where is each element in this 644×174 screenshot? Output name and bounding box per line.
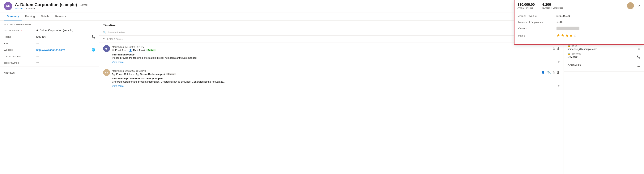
timeline-item-0-delete-icon[interactable]: 🗑 xyxy=(557,47,560,50)
contacts-label: CONTACTS xyxy=(568,64,581,67)
timeline-item-1-assign-icon[interactable]: 👤 xyxy=(541,71,545,74)
tab-details[interactable]: Details xyxy=(38,13,52,21)
contacts-more-icon[interactable]: ⋯ xyxy=(637,64,640,68)
send-email-icon[interactable]: ✉ xyxy=(638,47,640,51)
star-4: ★ xyxy=(569,33,573,38)
globe-icon: 🌐 xyxy=(92,48,95,52)
popup-employees-stat: 6,200 Number of Employees xyxy=(542,3,563,9)
tab-summary[interactable]: Summary xyxy=(4,13,22,21)
chevron-down-icon-0[interactable]: ∨ xyxy=(558,60,560,64)
timeline-item-0-modified: Modified on: 9/27/2021 5:31 PM xyxy=(112,46,551,48)
popup-employees-value: 6,200 xyxy=(542,3,563,7)
popup-owner-value xyxy=(556,27,640,30)
person-icon-0: 👤 xyxy=(129,49,132,52)
popup-annual-revenue-label: Annual Revenue xyxy=(518,15,556,18)
owner-required: * xyxy=(526,27,527,30)
popup-header: $10,000.00 Annual Revenue 6,200 Number o… xyxy=(514,1,644,11)
breadcrumb: Account · Account ▾ xyxy=(15,7,88,10)
record-name-text: A. Datum Corporation (sample) xyxy=(15,2,77,7)
contact-business-value: 555-0108 📞 xyxy=(568,55,640,59)
label-ticker-symbol: Ticker Symbol xyxy=(4,61,34,64)
contact-business-label: 🔒 Business xyxy=(568,52,640,55)
popup-close-button[interactable]: ∧ xyxy=(638,4,640,8)
field-website: Website http://www.adatum.com/ 🌐 xyxy=(0,47,99,53)
timeline-item-0-text: Please provide the following information… xyxy=(112,56,560,59)
timeline-item-0-view-more-row: View more ∨ xyxy=(112,60,560,64)
chevron-down-icon-1[interactable]: ∨ xyxy=(558,84,560,87)
tab-related[interactable]: Related ▾ xyxy=(52,13,69,21)
timeline-item-0-status: Active xyxy=(146,49,156,51)
timeline-item-0-type-label: Email from: xyxy=(115,49,128,52)
view-more-link-1[interactable]: View more xyxy=(112,85,124,87)
timeline-item-0-avatar: MP xyxy=(103,45,110,52)
owner-avatar xyxy=(627,2,634,9)
popup-owner-area: ∧ xyxy=(627,2,640,9)
business-lock-icon: 🔒 xyxy=(568,52,570,55)
popup-rating-row: Rating ★ ★ ★ ★ ☆ xyxy=(518,33,640,38)
timeline-item-1-avatar: SB xyxy=(103,69,110,76)
account-info-section-title: ACCOUNT INFORMATION xyxy=(0,21,99,27)
related-chevron-icon: ▾ xyxy=(65,15,66,18)
breadcrumb-chevron-icon: ▾ xyxy=(34,8,35,10)
timeline-item-0-meta: Modified on: 9/27/2021 5:31 PM ✉ Email f… xyxy=(112,46,551,52)
popup-stats: $10,000.00 Annual Revenue 6,200 Number o… xyxy=(518,3,563,9)
record-title-block: A. Datum Corporation (sample) - Saved Ac… xyxy=(15,2,88,10)
avatar: AD xyxy=(4,2,12,10)
timeline-search[interactable]: 🔍 Search timeline xyxy=(99,29,564,36)
star-1: ★ xyxy=(556,33,560,38)
popup-num-employees-value: 6,200 xyxy=(556,21,640,24)
timeline-item-1: SB Modified on: 10/3/2020 10:33 PM 📞 Pho… xyxy=(99,66,564,90)
popup-num-employees-label: Number of Employees xyxy=(518,21,556,24)
timeline-item-0-body: Information request Please provide the f… xyxy=(112,53,560,59)
address-section-title: ADDRESS xyxy=(0,69,99,76)
timeline-item-1-text: Checked customer and product information… xyxy=(112,80,560,83)
timeline-item-0-title: ✉ Email from: 👤 Matt Peart Active xyxy=(112,49,551,52)
timeline-item-1-body: Information provided to customer (sample… xyxy=(112,77,560,83)
label-parent-account: Parent Account xyxy=(4,55,34,58)
field-parent-account: Parent Account --- xyxy=(0,53,99,60)
popup-revenue-value: $10,000.00 xyxy=(518,3,535,7)
value-ticker-symbol: --- xyxy=(36,61,95,64)
label-fax: Fax xyxy=(4,42,34,45)
contacts-section: CONTACTS ⋯ xyxy=(564,61,644,72)
phone-icon[interactable]: 📞 xyxy=(92,35,95,39)
search-placeholder: Search timeline xyxy=(108,31,125,34)
tab-flooring[interactable]: Flooring xyxy=(22,13,38,21)
value-account-name: A. Datum Corporation (sample) xyxy=(36,29,95,32)
timeline-item-1-delete-icon[interactable]: 🗑 xyxy=(557,71,560,74)
timeline-item-1-status: Closed xyxy=(166,73,176,75)
breadcrumb-separator: · xyxy=(24,7,24,10)
contacts-header: CONTACTS ⋯ xyxy=(568,64,640,69)
timeline-item-0-actions: ⧉ 🗑 xyxy=(553,47,560,50)
popup-revenue-row: Annual Revenue $10,000.00 xyxy=(518,14,640,18)
breadcrumb-entity[interactable]: Account ▾ xyxy=(26,7,35,10)
breadcrumb-type[interactable]: Account xyxy=(15,7,23,10)
timeline-item-1-type-label: Phone Call from: xyxy=(116,73,135,76)
call-business-icon[interactable]: 📞 xyxy=(637,55,640,59)
popup-owner-label: Owner * xyxy=(518,27,556,30)
value-website: http://www.adatum.com/ 🌐 xyxy=(36,48,95,52)
star-2: ★ xyxy=(561,33,564,38)
label-account-name: Account Name * xyxy=(4,29,34,32)
contact-email-field: 🔒 Email someone_i@example.com ✉ xyxy=(568,44,640,51)
timeline-item-1-actions: 👤 📎 ⧉ 🗑 xyxy=(541,71,560,74)
value-fax: --- xyxy=(36,42,95,45)
timeline-item-1-attach-icon[interactable]: 📎 xyxy=(547,71,551,74)
phone-call-icon: 📞 xyxy=(112,73,115,76)
value-parent-account: --- xyxy=(36,55,95,58)
left-panel: ACCOUNT INFORMATION Account Name * A. Da… xyxy=(0,21,99,174)
timeline-item-0-copy-icon[interactable]: ⧉ xyxy=(553,47,555,50)
timeline-item-1-copy-icon[interactable]: ⧉ xyxy=(553,71,555,74)
timeline-item-1-header: SB Modified on: 10/3/2020 10:33 PM 📞 Pho… xyxy=(103,69,560,76)
email-icon: ✉ xyxy=(112,49,114,52)
popup-employees-label: Number of Employees xyxy=(542,7,563,9)
view-more-link-0[interactable]: View more xyxy=(112,61,124,64)
popup-revenue-stat: $10,000.00 Annual Revenue xyxy=(518,3,535,9)
timeline-item-1-title: 📞 Phone Call from: 📞 Susan Burk (sample)… xyxy=(112,73,539,76)
timeline-title: Timeline xyxy=(103,24,116,27)
person-icon-1: 📞 xyxy=(136,73,139,76)
timeline-header: Timeline + ⚗ ≡ ⋯ xyxy=(99,21,564,29)
note-entry[interactable]: ✏ Enter a note... 📎 xyxy=(99,36,564,43)
field-account-name: Account Name * A. Datum Corporation (sam… xyxy=(0,27,99,34)
timeline-item-0: MP Modified on: 9/27/2021 5:31 PM ✉ Emai… xyxy=(99,43,564,66)
